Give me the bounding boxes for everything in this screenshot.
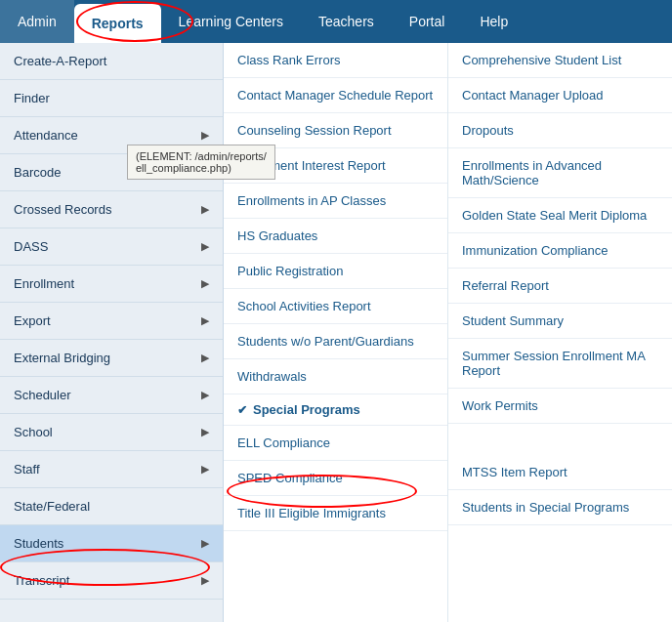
nav-bar: Admin Reports Learning Centers Teachers …: [0, 0, 672, 43]
main-container: Create-A-ReportFinderAttendance▶Barcode▶…: [0, 43, 672, 622]
col2-special-item-students-special-programs[interactable]: Students in Special Programs: [448, 490, 672, 525]
col2-item-contact-manager-upload[interactable]: Contact Manager Upload: [448, 78, 672, 113]
col2-item-enrollments-advanced[interactable]: Enrollments in Advanced Math/Science: [448, 148, 672, 198]
chevron-right-icon: ▶: [201, 277, 209, 290]
col1-item-public-registration[interactable]: Public Registration: [224, 254, 447, 289]
chevron-right-icon: ▶: [201, 426, 209, 438]
chevron-right-icon: ▶: [201, 389, 209, 401]
col1-item-enrollment-interest[interactable]: Enrollment Interest Report: [224, 148, 447, 184]
nav-item-portal[interactable]: Portal: [392, 0, 463, 43]
chevron-right-icon: ▶: [201, 352, 209, 364]
sidebar: Create-A-ReportFinderAttendance▶Barcode▶…: [0, 43, 224, 622]
chevron-right-icon: ▶: [201, 129, 209, 142]
col2-item-golden-state[interactable]: Golden State Seal Merit Diploma: [448, 198, 672, 233]
sidebar-item-students[interactable]: Students▶: [0, 525, 223, 562]
col1-item-contact-manager-schedule[interactable]: Contact Manager Schedule Report: [224, 78, 447, 113]
chevron-right-icon: ▶: [201, 240, 209, 253]
sidebar-item-label: Transcript: [14, 573, 69, 588]
chevron-right-icon: ▶: [201, 203, 209, 216]
sidebar-item-crossed-records[interactable]: Crossed Records▶: [0, 191, 223, 228]
sidebar-item-enrollment[interactable]: Enrollment▶: [0, 266, 223, 303]
col2-item-referral-report[interactable]: Referral Report: [448, 269, 672, 304]
chevron-down-icon: ✔: [237, 403, 247, 417]
sidebar-item-external-bridging[interactable]: External Bridging▶: [0, 340, 223, 377]
sidebar-item-label: Crossed Records: [14, 202, 111, 217]
col2-item-student-summary[interactable]: Student Summary: [448, 304, 672, 339]
col2-item-summer-session[interactable]: Summer Session Enrollment MA Report: [448, 339, 672, 389]
col1-item-school-activities[interactable]: School Activities Report: [224, 289, 447, 324]
col2-item-dropouts[interactable]: Dropouts: [448, 113, 672, 148]
nav-item-reports[interactable]: Reports: [74, 4, 161, 43]
sidebar-item-label: DASS: [14, 239, 48, 254]
special-programs-label: Special Programs: [253, 402, 360, 417]
sidebar-item-create-a-report[interactable]: Create-A-Report: [0, 43, 223, 80]
col2-spacer: [448, 424, 672, 455]
col2: Comprehensive Student ListContact Manage…: [448, 43, 672, 622]
special-programs-header[interactable]: ✔Special Programs: [224, 394, 447, 426]
nav-item-admin[interactable]: Admin: [0, 0, 74, 43]
sidebar-item-label: Create-A-Report: [14, 54, 106, 68]
col1-item-hs-graduates[interactable]: HS Graduates: [224, 219, 447, 254]
sidebar-item-barcode[interactable]: Barcode▶: [0, 154, 223, 191]
sidebar-item-label: Staff: [14, 462, 40, 477]
col1-special-item-title-iii[interactable]: Title III Eligible Immigrants: [224, 496, 447, 531]
nav-item-teachers[interactable]: Teachers: [301, 0, 392, 43]
sidebar-item-export[interactable]: Export▶: [0, 303, 223, 340]
sidebar-item-scheduler[interactable]: Scheduler▶: [0, 377, 223, 414]
sidebar-item-label: Students: [14, 536, 63, 551]
sidebar-item-label: Finder: [14, 91, 50, 105]
chevron-right-icon: ▶: [201, 314, 209, 327]
nav-item-help[interactable]: Help: [462, 0, 525, 43]
chevron-right-icon: ▶: [201, 166, 209, 179]
sidebar-item-transcript[interactable]: Transcript▶: [0, 562, 223, 600]
sidebar-item-label: School: [14, 425, 53, 439]
sidebar-item-staff[interactable]: Staff▶: [0, 451, 223, 488]
col2-special-item-mtss-item[interactable]: MTSS Item Report: [448, 455, 672, 490]
sidebar-item-school[interactable]: School▶: [0, 414, 223, 451]
chevron-right-icon: ▶: [201, 537, 209, 550]
sidebar-item-label: Barcode: [14, 165, 61, 180]
sidebar-item-label: Scheduler: [14, 388, 71, 402]
sidebar-item-label: External Bridging: [14, 351, 110, 365]
sidebar-item-attendance[interactable]: Attendance▶: [0, 117, 223, 154]
sidebar-item-state-federal[interactable]: State/Federal: [0, 488, 223, 525]
col1-special-item-sped-compliance[interactable]: SPED Compliance: [224, 461, 447, 496]
sidebar-item-finder[interactable]: Finder: [0, 80, 223, 117]
sidebar-item-label: Export: [14, 313, 51, 328]
col2-item-immunization[interactable]: Immunization Compliance: [448, 233, 672, 269]
content-area: Class Rank ErrorsContact Manager Schedul…: [224, 43, 672, 622]
sidebar-item-label: State/Federal: [14, 499, 90, 514]
chevron-right-icon: ▶: [201, 574, 209, 587]
col1-item-enrollments-ap[interactable]: Enrollments in AP Classes: [224, 184, 447, 219]
col1-item-counseling-session[interactable]: Counseling Session Report: [224, 113, 447, 148]
chevron-right-icon: ▶: [201, 463, 209, 476]
sidebar-item-label: Attendance: [14, 128, 78, 143]
sidebar-item-label: Enrollment: [14, 276, 74, 291]
col1: Class Rank ErrorsContact Manager Schedul…: [224, 43, 448, 622]
col1-special-item-ell-compliance[interactable]: ELL Compliance: [224, 426, 447, 461]
col1-item-withdrawals[interactable]: Withdrawals: [224, 359, 447, 394]
col1-item-students-wo-parent[interactable]: Students w/o Parent/Guardians: [224, 324, 447, 359]
col2-item-work-permits[interactable]: Work Permits: [448, 389, 672, 424]
col1-item-class-rank-errors[interactable]: Class Rank Errors: [224, 43, 447, 78]
col2-item-comprehensive-student-list[interactable]: Comprehensive Student List: [448, 43, 672, 78]
sidebar-item-dass[interactable]: DASS▶: [0, 228, 223, 266]
nav-item-learning-centers[interactable]: Learning Centers: [161, 0, 301, 43]
